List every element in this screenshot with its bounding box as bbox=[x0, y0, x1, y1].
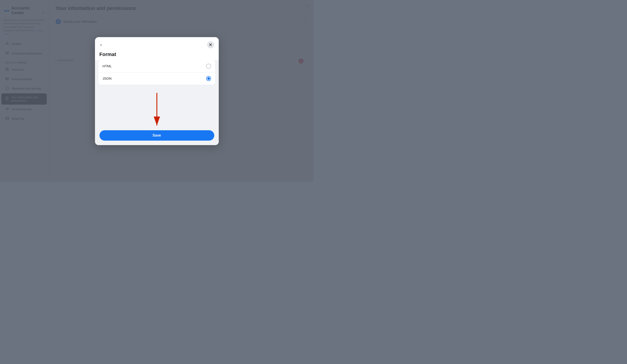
html-radio[interactable] bbox=[206, 64, 211, 69]
format-modal: ‹ ✕ Format HTML JSON bbox=[95, 37, 219, 145]
modal-close-button[interactable]: ✕ bbox=[207, 41, 214, 48]
format-option-html[interactable]: HTML bbox=[99, 60, 215, 72]
modal-body: HTML JSON bbox=[95, 60, 219, 127]
modal-footer: Save bbox=[95, 127, 219, 145]
json-radio[interactable] bbox=[206, 76, 211, 81]
modal-title: Format bbox=[95, 48, 219, 60]
modal-backdrop: ‹ ✕ Format HTML JSON bbox=[0, 0, 314, 182]
json-radio-fill bbox=[207, 77, 210, 80]
format-option-json[interactable]: JSON bbox=[99, 72, 215, 85]
html-option-label: HTML bbox=[103, 64, 112, 68]
modal-back-button[interactable]: ‹ bbox=[100, 41, 103, 48]
save-button[interactable]: Save bbox=[100, 130, 214, 141]
json-option-label: JSON bbox=[103, 77, 112, 80]
format-options-list: HTML JSON bbox=[99, 60, 215, 85]
modal-header: ‹ ✕ bbox=[95, 37, 219, 48]
